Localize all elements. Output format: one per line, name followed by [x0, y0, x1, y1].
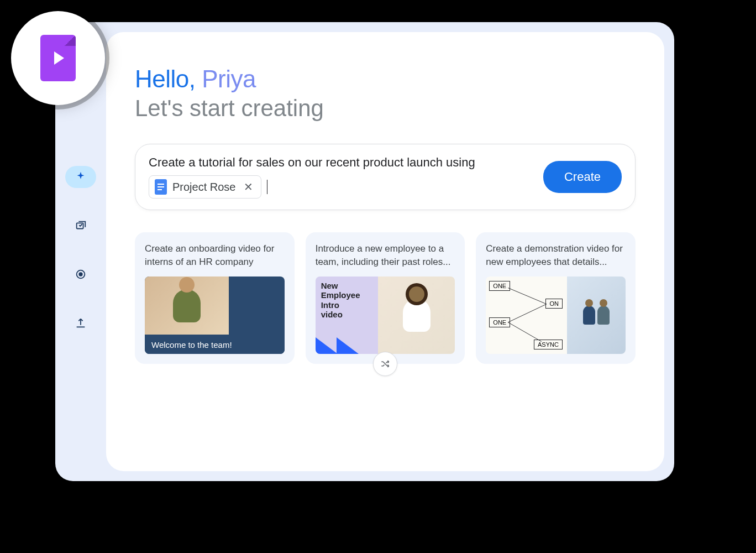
shuffle-icon	[380, 359, 390, 369]
greeting-heading: Hello, Priya	[135, 65, 636, 93]
sidebar-item-templates[interactable]	[65, 215, 96, 237]
person-photo-placeholder	[378, 276, 455, 354]
greeting-prefix: Hello,	[135, 65, 202, 92]
upload-icon	[75, 317, 87, 329]
thumbnail-caption: Welcome to the team!	[145, 336, 285, 354]
app-window: Hello, Priya Let's start creating Create…	[55, 22, 674, 481]
diagram-placeholder: ONE ON ONE ASYNC	[486, 276, 567, 354]
thumbnail-label: New Employee Intro video	[321, 281, 373, 319]
remove-attachment-button[interactable]: ✕	[242, 180, 255, 194]
prompt-content[interactable]: Create a tutorial for sales on our recen…	[149, 155, 532, 199]
prompt-text: Create a tutorial for sales on our recen…	[149, 155, 532, 170]
sidebar-item-upload[interactable]	[65, 312, 96, 334]
suggestion-card-3[interactable]: Create a demonstration video for new emp…	[476, 232, 636, 364]
sidebar-item-ai[interactable]	[65, 166, 96, 188]
record-icon	[75, 268, 87, 280]
vids-logo-badge	[11, 11, 105, 105]
vids-file-icon	[40, 35, 76, 81]
person-photo-placeholder	[145, 276, 229, 335]
svg-point-2	[79, 273, 82, 276]
templates-icon	[75, 220, 87, 232]
attachment-chip[interactable]: Project Rose ✕	[149, 175, 261, 199]
people-photo-placeholder	[567, 276, 626, 354]
sidebar-item-record[interactable]	[65, 263, 96, 285]
suggestion-cards: Create an onboarding video for interns o…	[135, 232, 636, 364]
suggestion-title: Create an onboarding video for interns o…	[145, 242, 285, 269]
suggestion-thumbnail: Welcome to the team!	[145, 276, 285, 354]
play-icon	[54, 51, 64, 65]
suggestion-thumbnail: ONE ON ONE ASYNC	[486, 276, 626, 354]
suggestion-title: Create a demonstration video for new emp…	[486, 242, 626, 269]
docs-icon	[155, 179, 167, 195]
shuffle-suggestions-button[interactable]	[373, 352, 397, 376]
prompt-box[interactable]: Create a tutorial for sales on our recen…	[135, 144, 636, 210]
suggestion-card-2[interactable]: Introduce a new employee to a team, incl…	[306, 232, 465, 364]
suggestion-thumbnail: New Employee Intro video	[316, 276, 455, 354]
main-panel: Hello, Priya Let's start creating Create…	[106, 32, 664, 471]
sparkle-icon	[75, 171, 87, 183]
greeting-name: Priya	[202, 65, 256, 92]
greeting-subtitle: Let's start creating	[135, 95, 636, 122]
text-cursor	[267, 180, 267, 194]
suggestion-card-1[interactable]: Create an onboarding video for interns o…	[135, 232, 295, 364]
attachment-label: Project Rose	[172, 181, 236, 194]
suggestion-title: Introduce a new employee to a team, incl…	[316, 242, 455, 269]
create-button[interactable]: Create	[543, 161, 622, 193]
